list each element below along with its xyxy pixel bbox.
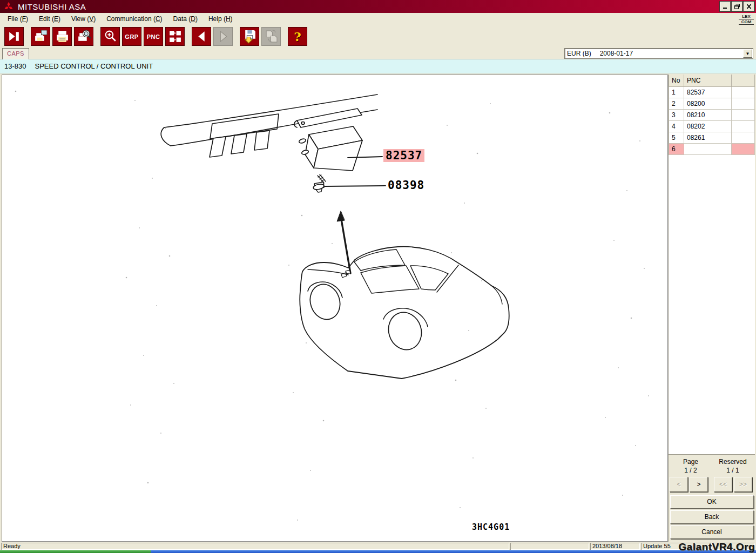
page-prev-button: <	[670, 477, 688, 492]
tile-windows-toolbar-button[interactable]	[165, 27, 185, 46]
menu-item-e[interactable]: Edit (E)	[33, 14, 66, 25]
market-selector[interactable]: EUR (B) 2008-01-17 ▼	[564, 48, 753, 59]
ok-button[interactable]: OK	[670, 495, 754, 509]
menu-bar: File (F)Edit (E)View (V)Communication (C…	[0, 13, 756, 25]
cell-pnc[interactable]: 08202	[684, 120, 732, 132]
tab-caps[interactable]: CAPS	[2, 48, 29, 59]
pnc-button: PNC	[147, 33, 160, 40]
cell-no[interactable]: 3	[669, 109, 684, 120]
cell-no[interactable]: 4	[669, 120, 684, 132]
parts-diagram-panel: 82537 08398 3HC4G01	[2, 75, 668, 542]
column-header-extra	[732, 75, 755, 86]
table-row[interactable]: 6	[669, 143, 755, 154]
cell-pnc[interactable]	[684, 143, 732, 154]
part-callout-08398[interactable]: 08398	[386, 179, 427, 192]
page-label: Page	[670, 458, 712, 466]
menu-item-f[interactable]: File (F)	[2, 14, 33, 25]
back-toolbar-button[interactable]	[192, 27, 211, 46]
page-title: SPEED CONTROL / CONTROL UNIT	[35, 62, 153, 70]
print-setup-icon	[33, 29, 48, 44]
zoom-toolbar-button[interactable]	[100, 27, 120, 46]
menu-item-v[interactable]: View (V)	[66, 14, 101, 25]
taskbar-edge	[0, 550, 756, 553]
mitsubishi-logo-icon	[3, 1, 15, 12]
minimize-button[interactable]	[720, 2, 731, 11]
table-row[interactable]: 182537	[669, 86, 755, 98]
lexcom-badge: LEXCOM	[739, 14, 754, 25]
forward-icon	[216, 29, 231, 44]
part-callout-82537[interactable]: 82537	[383, 149, 424, 162]
status-bar: Ready 2013/08/18 Update 55	[0, 542, 756, 550]
table-row[interactable]: 308210	[669, 109, 755, 120]
cell-extra	[732, 98, 755, 109]
back-button[interactable]: Back	[670, 510, 754, 524]
print-toolbar-button[interactable]	[52, 27, 72, 46]
close-button[interactable]	[744, 2, 754, 11]
taskbar-strip	[151, 550, 756, 553]
cell-no[interactable]: 2	[669, 98, 684, 109]
save-export-toolbar-button[interactable]	[240, 27, 259, 46]
help-toolbar-button[interactable]: ?	[288, 27, 307, 46]
print-setup-toolbar-button[interactable]	[31, 27, 50, 46]
print-preview-icon	[77, 29, 91, 44]
pnc-button-toolbar-button[interactable]: PNC	[144, 27, 163, 46]
table-row[interactable]: 408202	[669, 120, 755, 132]
status-date: 2013/08/18	[590, 543, 640, 550]
column-header-pnc[interactable]: PNC	[684, 75, 732, 86]
table-row[interactable]: 208200	[669, 98, 755, 109]
application-window: MITSUBISHI ASA File (F)Edit (E)View (V)C…	[0, 0, 756, 553]
print-icon	[55, 29, 70, 44]
cell-pnc[interactable]: 08210	[684, 109, 732, 120]
cell-extra	[732, 143, 755, 154]
restore-button[interactable]	[732, 2, 742, 11]
cell-no[interactable]: 1	[669, 86, 684, 98]
cell-no[interactable]: 6	[669, 143, 684, 154]
print-preview-toolbar-button[interactable]	[74, 27, 93, 46]
back-icon	[194, 29, 209, 44]
cell-extra	[732, 109, 755, 120]
parts-table: No PNC 1825372082003082104082025082616	[669, 75, 755, 155]
cancel-button[interactable]: Cancel	[670, 525, 754, 539]
toolbar: GRPPNC?	[0, 25, 756, 48]
table-empty-area	[669, 155, 755, 455]
market-date: 2008-01-17	[598, 50, 633, 57]
menu-item-h[interactable]: Help (H)	[203, 14, 238, 25]
reserved-prev-button: <<	[714, 477, 732, 492]
tab-row: CAPS EUR (B) 2008-01-17 ▼	[0, 48, 756, 59]
menu-item-c[interactable]: Communication (C)	[101, 14, 167, 25]
file-transfer-icon	[264, 29, 279, 44]
main-area: 82537 08398 3HC4G01 No PNC 1825372082003…	[0, 73, 756, 542]
pager-section: Page 1 / 2 Reserved 1 / 1 <><<>> OK Back…	[669, 454, 755, 542]
column-header-no[interactable]: No	[669, 75, 684, 86]
cell-extra	[732, 120, 755, 132]
pager-buttons: <><<>>	[670, 477, 754, 492]
status-empty-panel	[510, 543, 589, 550]
market-value: EUR (B)	[565, 50, 591, 57]
reserved-block: Reserved 1 / 1	[712, 458, 754, 474]
cell-extra	[732, 132, 755, 143]
cell-pnc[interactable]: 08200	[684, 98, 732, 109]
table-row[interactable]: 508261	[669, 132, 755, 143]
section-code: 13-830	[4, 62, 26, 70]
status-ready: Ready	[1, 543, 509, 550]
parts-table-header: No PNC	[669, 75, 755, 86]
section-header: 13-830 SPEED CONTROL / CONTROL UNIT	[0, 59, 756, 73]
exit-toolbar-button[interactable]	[4, 27, 24, 46]
page-value: 1 / 2	[670, 467, 712, 474]
cell-extra	[732, 86, 755, 98]
page-next-button[interactable]: >	[690, 477, 708, 492]
title-bar: MITSUBISHI ASA	[0, 0, 756, 13]
cell-pnc[interactable]: 08261	[684, 132, 732, 143]
cell-pnc[interactable]: 82537	[684, 86, 732, 98]
page-block: Page 1 / 2	[670, 458, 712, 474]
grp-button-toolbar-button[interactable]: GRP	[122, 27, 141, 46]
figure-code: 3HC4G01	[472, 522, 510, 532]
chevron-down-icon[interactable]: ▼	[743, 49, 752, 58]
cell-no[interactable]: 5	[669, 132, 684, 143]
zoom-icon	[103, 29, 118, 44]
reserved-label: Reserved	[712, 458, 754, 466]
menu-item-d[interactable]: Data (D)	[168, 14, 203, 25]
file-transfer-toolbar-button	[261, 27, 281, 46]
save-export-icon	[242, 29, 257, 44]
reserved-next-button: >>	[734, 477, 752, 492]
